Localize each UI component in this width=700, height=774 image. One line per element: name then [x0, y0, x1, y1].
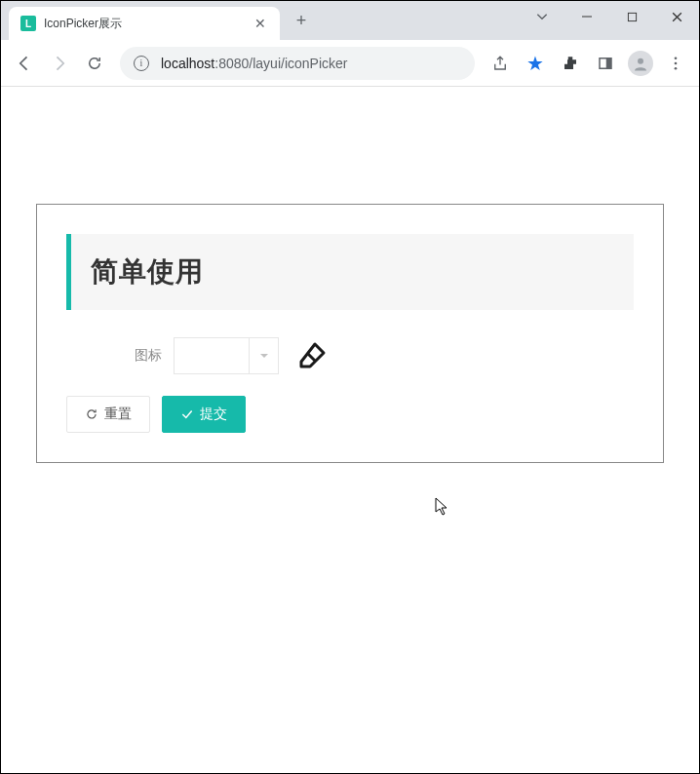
- browser-toolbar: i localhost:8080/layui/iconPicker ★: [1, 40, 699, 87]
- section-heading: 简单使用: [91, 253, 614, 290]
- bookmark-star-icon[interactable]: ★: [520, 48, 551, 79]
- reset-button-label: 重置: [104, 406, 132, 423]
- reload-button[interactable]: [79, 48, 110, 79]
- favicon-icon: L: [20, 16, 36, 31]
- section-heading-block: 简单使用: [66, 234, 634, 310]
- icon-preview: [296, 340, 328, 371]
- icon-label: 图标: [66, 347, 174, 365]
- svg-point-7: [675, 66, 678, 69]
- tab-strip: L IconPicker展示 ✕ +: [1, 1, 699, 40]
- window-controls: [520, 1, 699, 32]
- submit-button[interactable]: 提交: [162, 396, 246, 433]
- icon-form-row: 图标: [66, 337, 634, 374]
- share-icon[interactable]: [485, 48, 516, 79]
- browser-tab[interactable]: L IconPicker展示 ✕: [9, 7, 280, 40]
- close-icon[interactable]: ✕: [253, 16, 268, 31]
- menu-icon[interactable]: [660, 48, 691, 79]
- caret-down-icon: [258, 350, 270, 362]
- url-path: /layui/iconPicker: [249, 56, 347, 71]
- reset-button[interactable]: 重置: [66, 396, 150, 433]
- browser-chrome: L IconPicker展示 ✕ +: [1, 1, 699, 87]
- icon-picker-select[interactable]: [174, 337, 279, 374]
- url-host: localhost: [161, 56, 214, 71]
- tab-title: IconPicker展示: [44, 16, 253, 32]
- svg-point-5: [675, 57, 678, 59]
- new-tab-button[interactable]: +: [288, 7, 315, 34]
- minimize-button[interactable]: [564, 1, 609, 32]
- forward-button[interactable]: [44, 48, 75, 79]
- eraser-icon: [296, 340, 328, 371]
- maximize-button[interactable]: [609, 1, 654, 32]
- profile-avatar[interactable]: [625, 48, 656, 79]
- check-icon: [180, 407, 194, 421]
- icon-picker-value: [175, 338, 249, 373]
- close-window-button[interactable]: [654, 1, 699, 32]
- svg-point-6: [675, 61, 678, 64]
- cursor-icon: [435, 497, 450, 517]
- info-icon[interactable]: i: [134, 56, 149, 71]
- refresh-icon: [85, 407, 98, 421]
- svg-rect-1: [628, 13, 636, 20]
- form-buttons: 重置 提交: [66, 396, 634, 433]
- chevron-down-icon[interactable]: [520, 1, 564, 32]
- demo-fieldset: 简单使用 图标 重置 提交: [36, 204, 664, 463]
- address-bar[interactable]: i localhost:8080/layui/iconPicker: [120, 47, 475, 80]
- extensions-icon[interactable]: [555, 48, 586, 79]
- back-button[interactable]: [9, 48, 40, 79]
- url-text: localhost:8080/layui/iconPicker: [161, 56, 347, 71]
- submit-button-label: 提交: [200, 406, 227, 423]
- side-panel-icon[interactable]: [590, 48, 621, 79]
- url-port: :8080: [214, 56, 249, 71]
- dropdown-toggle[interactable]: [249, 338, 278, 373]
- svg-rect-3: [606, 58, 611, 68]
- svg-point-4: [638, 58, 643, 63]
- page-content: 简单使用 图标 重置 提交: [1, 87, 699, 498]
